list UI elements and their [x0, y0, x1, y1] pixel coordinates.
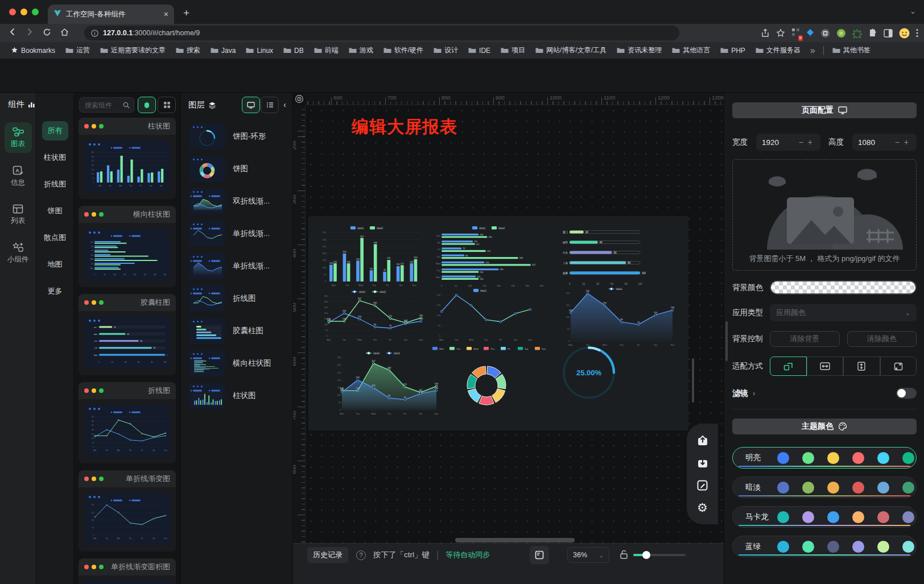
fit-scale-button[interactable]	[770, 357, 807, 376]
theme-color-dot[interactable]	[802, 452, 814, 464]
design-canvas[interactable]: 6007008009001000110012001300 20030040050…	[293, 93, 724, 543]
window-controls[interactable]	[9, 9, 39, 15]
theme-color-dot[interactable]	[827, 541, 839, 553]
settings-gear-icon[interactable]: ⚙	[695, 500, 710, 515]
theme-color-dot[interactable]	[777, 452, 789, 464]
canvas-chart-capsule[interactable]: 厦门20南阳40北京60上海80新疆100020406080100	[554, 222, 646, 286]
share-icon[interactable]	[761, 28, 770, 38]
theme-color-dot[interactable]	[827, 511, 839, 523]
collapse-panel-icon[interactable]: ‹	[283, 100, 286, 109]
canvas-chart-ring[interactable]: MonTueWedThuFriSatSun	[421, 344, 563, 419]
bookmark-item[interactable]: 项目	[497, 44, 529, 57]
lock-icon[interactable]	[620, 549, 628, 562]
import-button[interactable]	[695, 455, 710, 470]
component-card[interactable]: 单折线渐变面积图050100150200MonTueWedThuFriSatSu…	[79, 558, 176, 584]
sidebar-item-charts[interactable]: 图表	[5, 122, 32, 153]
height-increment-icon[interactable]: +	[902, 138, 911, 147]
theme-color-dot[interactable]	[827, 482, 839, 494]
history-button[interactable]: 历史记录	[307, 547, 348, 563]
sidebar-item-info[interactable]: A信息	[5, 161, 32, 192]
zoom-window-button[interactable]	[32, 9, 39, 15]
new-tab-button[interactable]: +	[183, 7, 189, 19]
fit-stretch-button[interactable]	[880, 357, 917, 376]
sidebar-panel-icon[interactable]	[884, 29, 893, 38]
theme-color-dot[interactable]	[877, 541, 889, 553]
theme-color-dot[interactable]	[777, 541, 789, 553]
bookmark-item[interactable]: 资讯未整理	[613, 44, 666, 57]
canvas-chart-singleline[interactable]: data1050100150200MonTueWedThuFriSatSun	[431, 286, 535, 342]
site-info-icon[interactable]	[91, 30, 98, 37]
bookmarks-overflow-icon[interactable]: »	[807, 45, 819, 56]
bookmark-item[interactable]: 其他语言	[668, 44, 714, 57]
height-decrement-icon[interactable]: −	[893, 138, 902, 147]
ruler-eye-icon[interactable]	[295, 94, 304, 106]
layer-item[interactable]: 折线图	[189, 285, 292, 312]
theme-color-dot[interactable]	[802, 482, 814, 494]
kite-extension-icon[interactable]	[806, 28, 814, 38]
bookmark-item[interactable]: 网站/博客/文章/工具	[531, 44, 610, 57]
layer-item[interactable]: 横向柱状图	[189, 350, 292, 376]
width-stepper[interactable]: 1920 − +	[756, 134, 820, 151]
extension-grid-icon[interactable]: 9	[791, 28, 800, 39]
grid-view-button[interactable]	[158, 97, 176, 113]
theme-color-dot[interactable]	[902, 452, 914, 464]
filter-expand-icon[interactable]: ›	[753, 389, 755, 397]
chevron-down-icon[interactable]: ⌄	[910, 7, 916, 15]
close-window-button[interactable]	[9, 9, 16, 15]
bookmark-item[interactable]: 运营	[61, 44, 94, 57]
browser-tab[interactable]: 工作空间-各种组件 ×	[48, 5, 174, 24]
theme-color-dot[interactable]	[877, 511, 889, 523]
canvas-horizontal-scrollbar[interactable]	[455, 538, 575, 542]
single-column-view-button[interactable]	[138, 97, 156, 113]
panel-scrollbar[interactable]	[725, 321, 728, 361]
height-value[interactable]: 1080	[858, 138, 893, 147]
layer-list-view-button[interactable]	[261, 97, 279, 113]
component-card[interactable]: 折线图050100150200250300350MonTueWedThuFriS…	[79, 382, 176, 463]
component-card[interactable]: 柱状图050100150200250300350MonTueWedThuFriS…	[79, 118, 176, 199]
filter-toggle[interactable]	[896, 388, 917, 399]
component-search[interactable]	[79, 97, 134, 113]
clear-background-button[interactable]: 清除背景	[770, 331, 840, 347]
theme-row-马卡龙[interactable]: 马卡龙	[732, 506, 917, 528]
browser-menu-icon[interactable]	[916, 28, 918, 38]
canvas-chart-lines[interactable]: data1data2050100150200250300350120200150…	[319, 287, 426, 342]
theme-color-dot[interactable]	[877, 452, 889, 464]
minimize-window-button[interactable]	[20, 9, 27, 15]
bookmark-item[interactable]: 近期需要读的文章	[96, 44, 170, 57]
tab-close-icon[interactable]: ×	[164, 10, 168, 19]
extensions-puzzle-icon[interactable]	[868, 28, 877, 38]
url-bar[interactable]: 127.0.0.1:3000/#/chart/home/9	[84, 26, 679, 40]
layer-item[interactable]: 饼图	[189, 156, 292, 182]
green-star-extension-icon[interactable]	[852, 28, 862, 38]
clear-color-button[interactable]: 清除颜色	[847, 331, 917, 347]
canvas-chart-hbars[interactable]: data1data2130160Sun110117Sat70155Fri8026…	[431, 223, 552, 287]
width-decrement-icon[interactable]: −	[797, 138, 806, 147]
theme-color-dot[interactable]	[827, 452, 839, 464]
zoom-slider[interactable]	[633, 554, 686, 556]
canvas-banner-text[interactable]: 编辑大屏报表	[352, 115, 457, 139]
category-item[interactable]: 柱状图	[42, 148, 68, 167]
search-input[interactable]	[84, 101, 120, 110]
sidebar-item-widgets[interactable]: 小组件	[5, 238, 32, 268]
zoom-level-select[interactable]: 36% ⌄	[567, 547, 609, 563]
url-text[interactable]: 127.0.0.1:3000/#/chart/home/9	[103, 29, 200, 37]
theme-color-dot[interactable]	[852, 541, 864, 553]
layer-item[interactable]: 饼图-环形	[189, 123, 292, 150]
other-bookmarks[interactable]: 其他书签	[828, 44, 874, 57]
theme-color-dot[interactable]	[852, 452, 864, 464]
category-item[interactable]: 所有	[42, 121, 68, 140]
theme-row-蓝绿[interactable]: 蓝绿	[732, 536, 917, 557]
bookmark-star-icon[interactable]	[776, 28, 785, 38]
green-circle-extension-icon[interactable]	[836, 28, 846, 38]
bookmark-item[interactable]: PHP	[716, 45, 749, 56]
export-button[interactable]	[695, 433, 710, 448]
home-icon[interactable]	[60, 27, 69, 39]
layer-item[interactable]: 单折线渐...	[189, 221, 292, 247]
bookmark-item[interactable]: Java	[207, 45, 240, 56]
width-increment-icon[interactable]: +	[806, 138, 815, 147]
bookmark-item[interactable]: DB	[279, 45, 308, 56]
layer-item[interactable]: 柱状图	[189, 383, 292, 409]
reload-icon[interactable]	[42, 27, 52, 39]
theme-color-dot[interactable]	[902, 482, 914, 494]
fit-height-button[interactable]	[843, 357, 880, 376]
